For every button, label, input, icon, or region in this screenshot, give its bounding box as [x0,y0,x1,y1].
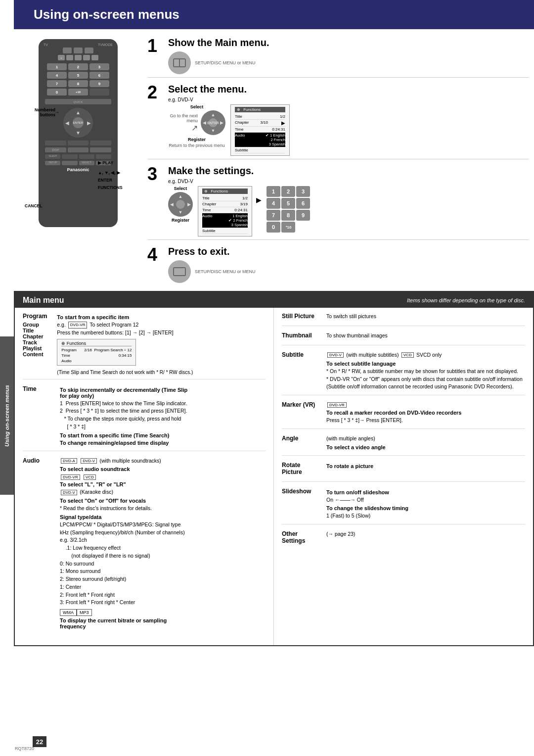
dvd-a-badge: DVD-A [61,458,77,464]
wma-mp3-box: WMA MP3 [60,609,185,616]
other-text: (→ page 23) [326,530,355,546]
menu-col-left: Program Group Title Chapter Track Playli… [15,308,274,645]
dvd-v-badge2: DVD-V [61,490,77,495]
step-4-content: Press to exit. SETUP/DISC MENU or MENU [168,246,529,283]
marker-text: Press [ * 3 * ‡]→ Press [ENTER]. [326,417,461,425]
step-3-title: Make the settings. [168,165,529,177]
top-content: TV TVMODE + [14,29,534,292]
step-3-arrow: ▶ [256,196,262,204]
play-label: ▶ PLAY [98,160,133,165]
num-6[interactable]: 6 [296,198,310,209]
sub-dvd-v-badge: DVD-V [327,352,344,358]
num-4[interactable]: 4 [267,198,280,209]
marker-vr-title: Marker (VR) [282,401,321,423]
num-7[interactable]: 7 [267,210,280,221]
step-3-register-label: Register [172,218,189,223]
fn-row-program: Program2/16 Program Search ÷ 12 [61,347,132,353]
step-1-content: Show the Main menu. SETUP/DISC MENU or M… [168,37,529,74]
menu-item-other: OtherSettings (→ page 23) [282,530,525,550]
fn-row-audio: Audio [61,358,132,364]
audio-text1: (with multiple soundtracks) [99,458,161,464]
rotate-text: To rotate a picture [326,463,373,476]
fn-title: ⊕ Functions [61,341,132,346]
enter-label: ENTER [98,178,133,183]
dvd-vr-badge2: DVD-VR [61,474,80,480]
audio-ch4: 2: Stereo surround (left/right) [60,575,185,583]
num-9[interactable]: 9 [296,210,310,221]
nav-label: ▲, ▼, ◀, ▶ [98,170,133,175]
audio-ch2: 0: No surround [60,560,185,568]
menu-item-angle: Angle (with multiple angles) To select a… [282,435,525,456]
page-number: 22 [33,736,46,747]
time-sub1: To skip incrementally or decrementally (… [60,387,187,399]
functions-box-program: ⊕ Functions Program2/16 Program Search ÷… [57,339,136,366]
num-2[interactable]: 2 [281,186,295,197]
menu-row-chapter: Chapter3/10 ▶ [235,120,285,127]
menu-item-thumbnail: Thumbnail To show thumbnail images [282,332,525,345]
program-text: e.g. DVD-VR To select Program 12 [57,321,193,329]
marker-sub: To recall a marker recorded on DVD-Video… [326,410,461,416]
s3-row-audio: Audio 1 English ✔ 2 French 3 Spanish [202,213,248,228]
side-label-text: Using on-screen menus [4,385,10,447]
s3-row-chapter: Chapter3/19 [202,201,248,207]
nav-right-arrow: ▶ [87,120,91,126]
functions-label: FUNCTIONS [98,185,133,190]
step-3-content: Make the settings. e.g. DVD-V Select ▲ ▼… [168,165,529,236]
step-1: 1 Show the Main menu. SETUP/DISC MENU or… [147,34,529,78]
still-picture-title: Still Picture [282,313,321,320]
sub-note1: * On * R/ * RW, a subtitle number may be… [326,368,525,376]
nav-circle[interactable]: ▲ ▼ ◀ ▶ ENTER [63,108,93,138]
num-0[interactable]: 0 [267,222,280,233]
step-2-title: Select the menu. [168,84,529,95]
page-header: Using on-screen menus [14,0,534,29]
thumbnail-title: Thumbnail [282,332,321,339]
step-1-number: 1 [147,37,162,55]
page-title: Using on-screen menus [34,7,516,22]
nav-up-arrow: ▲ [76,110,81,115]
s3-row-subtitle: Subtitle [202,228,248,234]
doc-number: RQT8720 [15,746,34,751]
s3-row-time: Time0:24:31 [202,207,248,213]
step-4-title: Press to exit. [168,246,529,257]
step-2-select-label: Select [190,104,204,109]
num-5[interactable]: 5 [281,198,295,209]
cancel-label: CANCEL [25,203,42,208]
time-slip-note: (Time Slip and Time Search do not work w… [57,370,193,375]
other-title: OtherSettings [282,530,321,544]
steps-area: 1 Show the Main menu. SETUP/DISC MENU or… [142,34,529,286]
step-1-icon [168,51,191,74]
num-3[interactable]: 3 [296,186,310,197]
step-3-number: 3 [147,165,162,183]
angle-title: Angle [282,435,321,449]
marker-dvd-vr-badge: DVD-VR [327,402,347,408]
menu-item-time: Time To skip incrementally or decrementa… [23,385,266,451]
num-plus10[interactable]: ⁺10 [281,222,295,233]
enter-button[interactable]: ENTER [73,117,84,128]
slideshow-timing: 1 (Fast) to 5 (Slow) [326,512,408,520]
svg-rect-4 [174,268,185,275]
rotate-title: RotatePicture [282,462,321,475]
num-1[interactable]: 1 [267,186,280,197]
remote-brand: Panasonic [67,167,89,172]
program-subtitle: To start from a specific item [57,314,193,320]
step-2-menu-title: ⊕ Functions [235,107,285,112]
step-2-number: 2 [147,84,162,101]
nav-down-arrow: ▼ [76,130,81,136]
sub-select-lang: To select subtitle language [326,361,525,367]
step-2-menu-box: ⊕ Functions Title1/2 Chapter3/10 ▶ [230,104,290,156]
step-4-number: 4 [147,246,162,264]
step-4-icon [168,260,191,283]
time-title: Time [23,385,50,445]
step-2-register-label: Register [188,137,206,142]
angle-sub: To select a video angle [326,444,386,450]
s3-row-title: Title1/2 [202,195,248,201]
wma-badge: WMA [60,609,77,616]
step-2-go-to-label: Go to the next menu ↗ [168,113,198,133]
main-menu-title: Main menu [23,296,64,305]
slideshow-sub1: To turn on/off slideshow [326,489,408,495]
num-8[interactable]: 8 [281,210,295,221]
step-3-menu-box: ⊕ Functions Title1/2 Chapter3/19 Time0:2… [198,186,252,236]
audio-karaoke: (Karaoke disc) [80,489,113,495]
audio-sub2: To select "L", "R" or "LR" [60,481,185,487]
audio-sub1: To select audio soundtrack [60,466,185,472]
